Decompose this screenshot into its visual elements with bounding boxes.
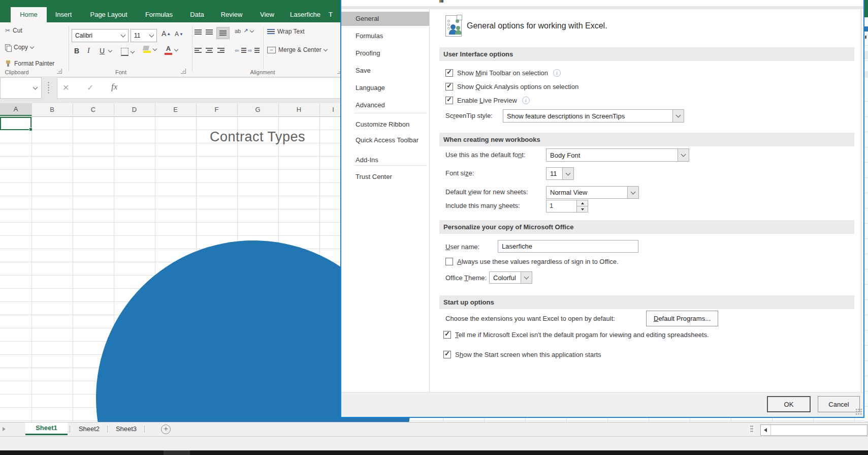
font-color-button[interactable]: A xyxy=(165,45,178,55)
align-middle-button[interactable] xyxy=(206,28,213,36)
align-bottom-button[interactable] xyxy=(216,27,230,39)
sheet-tab-sheet1[interactable]: Sheet1 xyxy=(25,422,68,435)
enter-entry-icon[interactable]: ✓ xyxy=(87,83,93,93)
font-size-dropdown[interactable]: 11 xyxy=(546,167,574,180)
ribbon-tab-insert[interactable]: Insert xyxy=(50,7,77,22)
checkbox-live-preview[interactable]: Enable Live Preview i xyxy=(445,97,530,104)
formula-input[interactable]: ✕ ✓ fx xyxy=(57,77,345,99)
screentip-style-dropdown[interactable]: Show feature descriptions in ScreenTips xyxy=(503,109,684,123)
sheet-tab-sheet3[interactable]: Sheet3 xyxy=(110,422,142,435)
column-header-d[interactable]: D xyxy=(114,103,155,116)
wrap-text-button[interactable]: Wrap Text xyxy=(267,28,305,35)
sheet-count-spinner[interactable]: 1 xyxy=(546,200,588,213)
info-icon[interactable]: i xyxy=(522,97,530,104)
ribbon-tab-t[interactable]: T xyxy=(324,7,338,22)
tabbar-resize-handle[interactable] xyxy=(750,425,753,433)
ribbon-tab-home[interactable]: Home xyxy=(11,7,47,22)
column-header-g[interactable]: G xyxy=(237,103,279,116)
dialog-sidebar-item-advanced[interactable]: Advanced xyxy=(341,98,429,112)
dialog-sidebar-item-customize-ribbon[interactable]: Customize Ribbon xyxy=(341,117,429,132)
checkbox-icon[interactable] xyxy=(443,331,451,339)
name-box[interactable] xyxy=(0,77,42,99)
spinner-down-button[interactable] xyxy=(577,206,588,212)
checkbox-icon[interactable] xyxy=(445,83,453,90)
checkbox-quick-analysis[interactable]: Show Quick Analysis options on selection xyxy=(445,83,578,90)
chevron-down-icon[interactable] xyxy=(118,29,128,42)
ribbon-tab-laserfiche[interactable]: Laserfiche xyxy=(285,7,326,22)
copy-button[interactable]: Copy xyxy=(5,44,34,51)
dialog-sidebar-item-language[interactable]: Language xyxy=(341,81,429,95)
checkbox-icon[interactable] xyxy=(445,97,453,104)
underline-button[interactable]: U xyxy=(100,47,105,55)
merge-center-button[interactable]: ↔ Merge & Center xyxy=(267,46,327,53)
dialog-sidebar-item-proofing[interactable]: Proofing xyxy=(341,46,429,60)
column-header-a[interactable]: A xyxy=(0,103,32,116)
align-right-button[interactable] xyxy=(217,47,224,54)
checkbox-show-start-screen[interactable]: Show the Start screen when this applicat… xyxy=(443,351,601,358)
dialog-sidebar-item-formulas[interactable]: Formulas xyxy=(341,29,429,43)
checkbox-icon[interactable] xyxy=(445,258,453,265)
insert-function-icon[interactable]: fx xyxy=(111,82,117,92)
info-icon[interactable]: i xyxy=(553,69,561,77)
checkbox-always-use-values[interactable]: Always use these values regardless of si… xyxy=(445,258,619,265)
sheet-nav-arrow-icon[interactable] xyxy=(3,427,6,431)
fill-color-button[interactable] xyxy=(143,46,156,53)
bold-button[interactable]: B xyxy=(74,47,79,55)
ribbon-tab-formulas[interactable]: Formulas xyxy=(140,7,178,22)
format-painter-button[interactable]: Format Painter xyxy=(5,60,54,67)
cut-button[interactable]: ✂ Cut xyxy=(5,27,22,34)
dialog-sidebar-item-save[interactable]: Save xyxy=(341,64,429,78)
dialog-sidebar-item-trust-center[interactable]: Trust Center xyxy=(341,170,429,184)
font-dialog-launcher-icon[interactable] xyxy=(181,69,186,74)
default-view-dropdown[interactable]: Normal View xyxy=(546,186,639,199)
font-name-combo[interactable]: Calibri xyxy=(72,29,128,42)
ribbon-tab-view[interactable]: View xyxy=(255,7,279,22)
chart-title[interactable]: Contract Types xyxy=(210,129,311,145)
checkbox-icon[interactable] xyxy=(443,351,451,358)
checkbox-tell-me-default[interactable]: Tell me if Microsoft Excel isn't the def… xyxy=(443,331,709,339)
user-name-input[interactable]: Laserfiche xyxy=(498,240,638,253)
align-center-button[interactable] xyxy=(206,47,213,54)
chevron-down-icon[interactable] xyxy=(627,187,638,198)
grow-font-button[interactable]: A▲ xyxy=(162,29,171,38)
cancel-button[interactable]: Cancel xyxy=(818,396,860,412)
column-header-f[interactable]: F xyxy=(196,103,238,116)
default-programs-button[interactable]: Default Programs... xyxy=(646,311,718,326)
ribbon-tab-page-layout[interactable]: Page Layout xyxy=(85,7,132,22)
shrink-font-button[interactable]: A▼ xyxy=(175,31,183,38)
ribbon-tab-review[interactable]: Review xyxy=(216,7,248,22)
spinner-up-button[interactable] xyxy=(577,200,588,206)
sheet-count-value[interactable]: 1 xyxy=(546,200,577,213)
align-top-button[interactable] xyxy=(195,28,202,36)
chevron-down-icon[interactable] xyxy=(678,149,689,161)
horizontal-scrollbar[interactable] xyxy=(760,424,867,436)
new-sheet-button[interactable]: + xyxy=(161,424,171,434)
column-header-e[interactable]: E xyxy=(155,103,197,116)
column-header-h[interactable]: H xyxy=(278,103,320,116)
orientation-button[interactable]: ab↗ xyxy=(235,27,253,34)
chevron-down-icon[interactable] xyxy=(672,110,684,122)
scroll-left-icon[interactable] xyxy=(764,428,767,432)
column-header-b[interactable]: B xyxy=(31,103,73,116)
dialog-sidebar-item-general[interactable]: General xyxy=(341,12,429,26)
chevron-down-icon[interactable] xyxy=(146,29,156,42)
cancel-entry-icon[interactable]: ✕ xyxy=(62,83,69,93)
formula-bar-drag-handle[interactable] xyxy=(48,81,49,94)
name-box-dropdown-icon[interactable] xyxy=(33,85,38,90)
underline-options-button[interactable] xyxy=(109,50,112,52)
column-header-c[interactable]: C xyxy=(73,103,114,116)
clipboard-dialog-launcher-icon[interactable] xyxy=(57,69,62,74)
office-theme-dropdown[interactable]: Colorful xyxy=(489,271,532,284)
checkbox-mini-toolbar[interactable]: Show Mini Toolbar on selection i xyxy=(445,69,561,77)
increase-indent-button[interactable]: ⇨ xyxy=(248,47,260,54)
dialog-sidebar-item-quick-access-toolbar[interactable]: Quick Access Toolbar xyxy=(341,133,429,147)
default-font-dropdown[interactable]: Body Font xyxy=(546,148,689,162)
dialog-resize-grip[interactable] xyxy=(855,408,862,415)
font-size-combo[interactable]: 11 xyxy=(131,29,157,42)
align-left-button[interactable] xyxy=(195,47,202,54)
ok-button[interactable]: OK xyxy=(767,396,811,412)
borders-button[interactable] xyxy=(121,48,134,56)
ribbon-tab-data[interactable]: Data xyxy=(185,7,209,22)
sheet-tab-sheet2[interactable]: Sheet2 xyxy=(73,422,105,435)
italic-button[interactable]: I xyxy=(87,47,90,55)
